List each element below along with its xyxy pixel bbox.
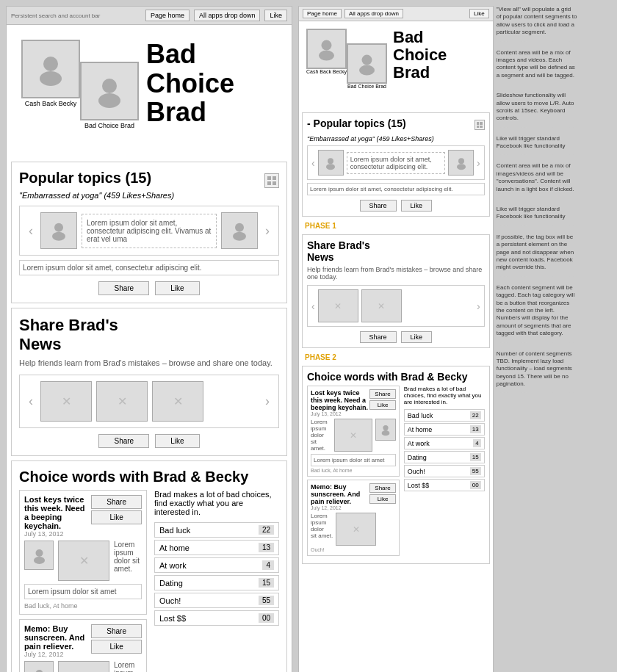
right-all-apps-button[interactable]: All apps drop down — [344, 9, 403, 18]
like-button-topbar[interactable]: Like — [264, 10, 287, 21]
all-apps-dropdown-button[interactable]: All apps drop down — [194, 10, 261, 21]
post-title-1: Lost keys twice this week. Need a beepin… — [24, 495, 91, 530]
right-hero: Cash Back Becky Bad Choice Brad Bad Choi… — [299, 21, 493, 109]
note-item: Content area will be a mix of images and… — [497, 49, 577, 85]
right-choice-item[interactable]: At home13 — [404, 423, 485, 436]
post-header-1: Lost keys twice this week. Need a beepin… — [24, 495, 142, 538]
right-post-tag-2: Ouch! — [311, 547, 396, 552]
choice-item-count: 22 — [259, 525, 274, 535]
right-post-date-1: July 13, 2012 — [311, 411, 369, 416]
right-share-like-btn[interactable]: Like — [401, 331, 433, 343]
share-like-button[interactable]: Like — [155, 434, 199, 448]
popular-share-button[interactable]: Share — [98, 281, 149, 295]
svg-point-18 — [458, 158, 464, 164]
right-choice-item-label: Lost $$ — [408, 482, 430, 489]
right-choice-items-list: Bad luck22At home13At work4Dating15Ouch!… — [404, 409, 485, 491]
post-avatar-1 — [24, 541, 54, 570]
choice-item-count: 13 — [259, 543, 274, 552]
right-grid-icon[interactable] — [475, 120, 485, 130]
right-page-home-button[interactable]: Page home — [303, 9, 342, 18]
share-section: Share Brad's News Help friends learn fro… — [11, 308, 287, 456]
right-choice-right: Brad makes a lot of bad choices, find ex… — [404, 386, 485, 559]
hero-section: Cash Back Becky Bad Choice Brad Bad Choi… — [7, 25, 292, 157]
right-slide-prev-icon[interactable]: ‹ — [311, 157, 315, 169]
right-post1-like-btn[interactable]: Like — [369, 400, 395, 410]
right-post-header-1: Lost keys twice this week. Need a beepin… — [311, 389, 396, 416]
topics-header: Popular topics (15) — [19, 170, 279, 191]
post-text-1: Lorem ipsum dolor sit amet. — [114, 541, 142, 573]
choice-item[interactable]: At work4 — [154, 557, 279, 573]
post2-like-button[interactable]: Like — [91, 640, 142, 654]
choice-item[interactable]: At home13 — [154, 540, 279, 555]
post-title-2: Memo: Buy sunscreen. And pain reliever. — [24, 624, 91, 651]
right-post-btns-2: Share Like — [369, 483, 395, 510]
choice-item[interactable]: Bad luck22 — [154, 522, 279, 538]
right-choice-desc: Brad makes a lot of bad choices, find ex… — [404, 386, 485, 405]
svg-point-8 — [35, 549, 43, 557]
svg-point-17 — [326, 164, 335, 170]
share-share-button[interactable]: Share — [98, 434, 149, 448]
slide-prev-icon[interactable]: ‹ — [26, 223, 36, 239]
right-share-next-icon[interactable]: › — [477, 300, 480, 312]
choice-left: Lost keys twice this week. Need a beepin… — [19, 490, 147, 672]
slideshow: ‹ Lorem ipsum dolor sit amet, consectetu… — [19, 206, 279, 256]
choice-item[interactable]: Lost $$00 — [154, 610, 279, 626]
note-item: Number of content segments TBD. Implemen… — [497, 350, 577, 394]
post-media-1 — [58, 541, 109, 581]
right-choice-item[interactable]: Bad luck22 — [404, 409, 485, 422]
right-choice-item[interactable]: Dating15 — [404, 451, 485, 463]
right-choice-item[interactable]: Lost $$00 — [404, 479, 485, 491]
right-slideshow: ‹ Lorem ipsum dolor sit amet, consectetu… — [307, 145, 485, 180]
choice-right: Brad makes a lot of bad choices, find ex… — [154, 490, 279, 672]
right-share-share-btn[interactable]: Share — [360, 331, 397, 343]
right-popular-share-btn[interactable]: Share — [360, 200, 397, 212]
right-choice-item[interactable]: Ouch!55 — [404, 465, 485, 477]
right-main: Page home All apps drop down Like Cash B… — [298, 6, 494, 672]
popular-like-button[interactable]: Like — [155, 281, 199, 295]
svg-point-12 — [322, 40, 332, 51]
slide-avatar — [40, 212, 77, 249]
right-post1-share-btn[interactable]: Share — [369, 389, 395, 399]
choice-item[interactable]: Dating15 — [154, 575, 279, 590]
post-header-2: Memo: Buy sunscreen. And pain reliever. … — [24, 624, 142, 658]
choice-item[interactable]: Ouch!55 — [154, 593, 279, 608]
post2-share-button[interactable]: Share — [91, 624, 142, 638]
right-avatar-label-brad: Bad Choice Brad — [347, 84, 387, 89]
choice-item-count: 4 — [262, 560, 274, 570]
avatar-label-becky: Cash Back Becky — [21, 100, 80, 107]
avatar-left: Cash Back Becky — [21, 40, 80, 107]
right-popular-btns: Share Like — [307, 200, 485, 212]
share-slideshow: ‹ › — [19, 375, 279, 428]
right-post2-share-btn[interactable]: Share — [369, 483, 395, 493]
grid-view-icon[interactable] — [264, 173, 279, 188]
post1-share-button[interactable]: Share — [91, 495, 142, 509]
svg-point-14 — [362, 55, 372, 65]
choice-item-label: Lost $$ — [159, 614, 186, 623]
notes-container: "View all" will populate a grid of popul… — [497, 6, 577, 393]
slide-next-icon[interactable]: › — [262, 223, 273, 239]
right-slide-avatar — [318, 150, 344, 176]
slide-footer-text: Lorem ipsum dolor sit amet, consectetur … — [19, 260, 279, 275]
choice-layout: Lost keys twice this week. Need a beepin… — [19, 490, 279, 672]
right-hero-avatars: Cash Back Becky Bad Choice Brad — [306, 29, 387, 102]
page-home-button[interactable]: Page home — [145, 10, 190, 21]
post1-like-button[interactable]: Like — [91, 510, 142, 524]
right-slide-next-icon[interactable]: › — [477, 157, 480, 169]
right-popular-like-btn[interactable]: Like — [401, 200, 433, 212]
choice-item-label: At work — [159, 561, 187, 570]
post-item-1: Lost keys twice this week. Need a beepin… — [19, 490, 147, 615]
right-post2-like-btn[interactable]: Like — [369, 494, 395, 504]
share-title: Share Brad's News — [19, 316, 279, 354]
right-notes-column: "View all" will populate a grid of popul… — [497, 6, 577, 672]
grid-cell — [267, 181, 271, 185]
choice-words-title: Choice words with Brad & Becky — [19, 469, 279, 485]
right-choice-item[interactable]: At work4 — [404, 437, 485, 449]
share-slide-prev-icon[interactable]: ‹ — [26, 394, 36, 409]
popular-topics-section: Popular topics (15) "Embarrassed at yoga… — [11, 162, 287, 303]
right-share-prev-icon[interactable]: ‹ — [311, 300, 315, 312]
share-slide-next-icon[interactable]: › — [262, 394, 273, 409]
right-post-date-2: July 12, 2012 — [311, 505, 369, 510]
left-panel: Persistent search and account bar Page h… — [6, 6, 292, 672]
right-like-button-topbar[interactable]: Like — [469, 9, 489, 18]
right-popular-title: - Popular topics (15) — [307, 118, 406, 129]
